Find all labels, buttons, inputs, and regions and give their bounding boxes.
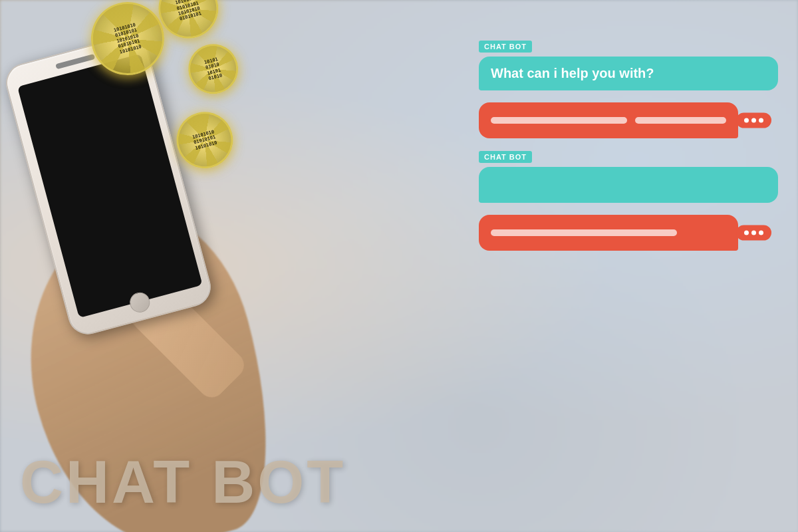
- dot-4: [744, 231, 749, 235]
- user-bubble-1: [479, 102, 738, 138]
- chat-area: CHAT BOT What can i help you with? CHAT …: [479, 40, 778, 263]
- chat-row-4: [479, 215, 778, 251]
- main-title: CHAT BOT: [20, 452, 346, 512]
- chat-row-2: [479, 102, 778, 138]
- user-line-1b: [635, 117, 726, 124]
- bot-message-1: What can i help you with?: [491, 66, 654, 80]
- dot-3: [759, 118, 763, 123]
- user-line-1a: [491, 117, 627, 124]
- chat-row-3: CHAT BOT: [479, 150, 778, 203]
- dot-1: [744, 118, 749, 123]
- bot-bubble-2: [479, 167, 778, 203]
- dot-2: [751, 118, 756, 123]
- user-bubble-2: [479, 215, 738, 251]
- gear-4: 101010100101010110101010: [170, 106, 239, 175]
- bot-bubble-1: What can i help you with?: [479, 57, 778, 90]
- dot-6: [759, 231, 763, 235]
- user-line-2a: [491, 229, 677, 236]
- gear-1-text: 1010101001010101101010100101010110101010: [110, 19, 145, 59]
- user-dots-2: [736, 225, 771, 241]
- user-bubble-wrapper-1: [479, 102, 738, 138]
- user-bubble-wrapper-2: [479, 215, 738, 251]
- gear-2-text: 10101010010101011010101001010101: [172, 0, 205, 25]
- gear-3-text: 10101010101010101010: [200, 53, 226, 85]
- gear-4-text: 101010100101010110101010: [188, 126, 221, 154]
- gear-3: 10101010101010101010: [183, 39, 244, 100]
- chat-label-bot-1: CHAT BOT: [479, 41, 532, 53]
- dot-5: [751, 231, 756, 235]
- user-dots-1: [736, 113, 771, 128]
- chat-row-1: CHAT BOT What can i help you with?: [479, 40, 778, 90]
- chat-label-bot-2: CHAT BOT: [479, 151, 532, 163]
